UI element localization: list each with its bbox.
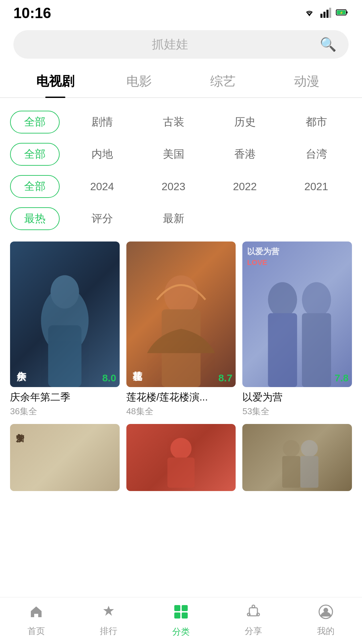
tab-anime[interactable]: 动漫: [265, 65, 349, 97]
card-title-1: 庆余年第二季: [10, 390, 120, 404]
nav-item-home[interactable]: 首页: [0, 604, 72, 637]
svg-rect-24: [182, 605, 188, 611]
list-item[interactable]: 庆余年 8.0 庆余年第二季 36集全: [10, 241, 120, 417]
svg-rect-16: [302, 313, 331, 387]
bottom-nav: 首页 排行 分类: [0, 597, 362, 644]
nav-label-mine: 我的: [317, 625, 335, 637]
filter-item-newest[interactable]: 最新: [138, 208, 209, 229]
card-image-3: 以爱为营 LOVE 7.8: [242, 241, 352, 387]
svg-rect-26: [182, 612, 188, 619]
filter-row-sort: 最热 评分 最新: [10, 203, 352, 235]
filter-item-2024[interactable]: 2024: [66, 177, 138, 196]
signal-icon: [320, 7, 331, 19]
bottom-padding: [0, 491, 362, 545]
svg-point-28: [252, 605, 255, 608]
svg-rect-1: [323, 12, 325, 18]
list-item[interactable]: 宁安如梦: [10, 424, 120, 491]
filter-chip-sort[interactable]: 最热: [10, 207, 60, 230]
home-icon: [29, 604, 44, 623]
card-image-6: [242, 424, 352, 491]
svg-rect-10: [48, 325, 81, 387]
card-rating-1: 8.0: [102, 372, 116, 384]
card-image-4: 宁安如梦: [10, 424, 120, 491]
category-icon: [173, 604, 189, 623]
tab-variety[interactable]: 综艺: [181, 65, 265, 97]
search-icon[interactable]: 🔍: [320, 37, 337, 52]
svg-rect-0: [320, 14, 322, 18]
svg-point-19: [283, 440, 299, 457]
filter-item-2021[interactable]: 2021: [281, 177, 352, 196]
card-subtitle-2: 48集全: [126, 406, 236, 417]
svg-rect-20: [282, 456, 300, 488]
list-item[interactable]: [126, 424, 236, 491]
filter-item-tw[interactable]: 台湾: [281, 144, 352, 165]
svg-rect-27: [249, 608, 257, 616]
svg-rect-22: [300, 456, 318, 488]
nav-item-mine[interactable]: 我的: [290, 604, 362, 637]
list-item[interactable]: [242, 424, 352, 491]
rank-icon: [101, 604, 116, 623]
card-rating-2: 8.7: [219, 372, 233, 384]
filter-chip-region[interactable]: 全部: [10, 143, 60, 166]
svg-text:⚡: ⚡: [340, 11, 344, 15]
svg-rect-25: [174, 612, 180, 619]
nav-item-category[interactable]: 分类: [145, 604, 217, 638]
search-bar-section: 抓娃娃 🔍: [0, 23, 362, 65]
svg-point-29: [247, 613, 250, 616]
svg-point-21: [301, 440, 317, 457]
tab-movie[interactable]: 电影: [97, 65, 181, 97]
filter-item-mainland[interactable]: 内地: [66, 144, 138, 165]
svg-rect-5: [346, 11, 348, 13]
filter-section: 全部 剧情 古装 历史 都市 全部 内地 美国 香港 台湾 全部 2024 20…: [0, 106, 362, 235]
content-section: 庆余年 8.0 庆余年第二季 36集全: [0, 235, 362, 491]
filter-row-region: 全部 内地 美国 香港 台湾: [10, 138, 352, 170]
card-rating-3: 7.8: [335, 372, 349, 384]
status-time: 10:16: [13, 5, 51, 21]
card-image-5: [126, 424, 236, 491]
card-subtitle-3: 53集全: [242, 406, 352, 417]
svg-point-9: [51, 275, 79, 309]
filter-item-2022[interactable]: 2022: [209, 177, 281, 196]
filter-item-usa[interactable]: 美国: [138, 144, 209, 165]
search-placeholder-text: 抓娃娃: [25, 36, 314, 53]
category-tabs: 电视剧 电影 综艺 动漫: [0, 65, 362, 98]
search-bar[interactable]: 抓娃娃 🔍: [13, 30, 349, 59]
content-grid: 庆余年 8.0 庆余年第二季 36集全: [10, 241, 352, 491]
card-title-2: 莲花楼/莲花楼演...: [126, 390, 236, 404]
nav-item-rank[interactable]: 排行: [72, 604, 145, 637]
filter-item-urban[interactable]: 都市: [281, 111, 352, 133]
nav-item-share[interactable]: 分享: [217, 604, 290, 637]
status-icons: ⚡: [303, 7, 349, 19]
list-item[interactable]: 莲花横 8.7 莲花楼/莲花楼演... 48集全: [126, 241, 236, 417]
filter-item-history[interactable]: 历史: [209, 111, 281, 133]
filter-item-costume[interactable]: 古装: [138, 111, 209, 133]
card-title-3: 以爱为营: [242, 390, 352, 404]
svg-point-30: [257, 613, 259, 616]
filter-item-2023[interactable]: 2023: [138, 177, 209, 196]
svg-rect-14: [268, 313, 297, 387]
svg-point-17: [170, 438, 191, 459]
filter-chip-year[interactable]: 全部: [10, 175, 60, 198]
battery-icon: ⚡: [336, 9, 349, 17]
list-item[interactable]: 以爱为营 LOVE 7.8 以爱为营 53集全: [242, 241, 352, 417]
svg-point-33: [323, 608, 328, 612]
filter-row-genre: 全部 剧情 古装 历史 都市: [10, 106, 352, 138]
nav-label-home: 首页: [27, 625, 45, 637]
nav-label-share: 分享: [245, 625, 262, 637]
filter-chip-genre[interactable]: 全部: [10, 111, 60, 133]
share-icon: [246, 604, 261, 623]
svg-rect-18: [167, 458, 194, 488]
svg-rect-2: [326, 10, 328, 18]
card-image-1: 庆余年 8.0: [10, 241, 120, 387]
card-subtitle-1: 36集全: [10, 406, 120, 417]
nav-label-rank: 排行: [100, 625, 117, 637]
tab-tv[interactable]: 电视剧: [13, 65, 97, 97]
svg-point-13: [268, 282, 297, 317]
nav-label-category: 分类: [172, 626, 190, 638]
svg-rect-23: [174, 605, 180, 611]
filter-item-hk[interactable]: 香港: [209, 144, 281, 165]
filter-item-drama[interactable]: 剧情: [66, 111, 138, 133]
card-image-2: 莲花横 8.7: [126, 241, 236, 387]
svg-rect-3: [329, 8, 331, 18]
filter-item-rating[interactable]: 评分: [66, 208, 138, 229]
